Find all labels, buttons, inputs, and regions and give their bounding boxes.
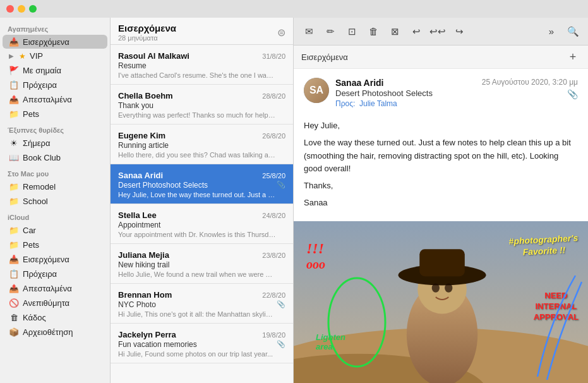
- icloud-trash-icon: 🗑: [9, 312, 19, 322]
- to-recipient[interactable]: Julie Talma: [359, 99, 397, 108]
- search-button[interactable]: 🔍: [563, 23, 583, 40]
- svg-point-1: [294, 328, 588, 383]
- email-date-7: 22/8/20: [262, 291, 285, 299]
- email-preview-8: Hi Julie, Found some photos on our trip …: [118, 350, 276, 358]
- sidebar-item-icloud-drafts[interactable]: 📋 Πρόχειρα: [3, 267, 107, 281]
- email-item-6[interactable]: Juliana Mejia 23/8/20 New hiking trail H…: [111, 244, 293, 284]
- email-sender-8: Jackelyn Perra: [118, 330, 176, 339]
- email-list-header: Εισερχόμενα 28 μηνύματα ⊜: [111, 18, 293, 45]
- icloud-inbox-icon: 📥: [9, 254, 19, 264]
- sidebar-item-flagged[interactable]: 🚩 Με σημαία: [3, 63, 107, 77]
- sidebar-item-pets[interactable]: 📁 Pets: [3, 107, 107, 121]
- body-line-3: Thanks,: [304, 179, 578, 193]
- delete-button[interactable]: 🗑: [363, 23, 383, 40]
- more-button[interactable]: »: [541, 23, 561, 40]
- email-item-5[interactable]: Stella Lee 24/8/20 Appointment Your appo…: [111, 204, 293, 244]
- email-item-7[interactable]: Brennan Hom 22/8/20 NYC Photo 📎 Hi Julie…: [111, 284, 293, 324]
- date-area: 25 Αυγούστου 2020, 3:20 μμ 📎: [482, 78, 578, 99]
- sidebar-item-icloud-trash[interactable]: 🗑 Κάδος: [3, 310, 107, 324]
- sidebar-item-icloud-archive[interactable]: 📦 Αρχειοθέτηση: [3, 325, 107, 339]
- close-button[interactable]: [6, 5, 14, 13]
- svg-point-4: [417, 265, 467, 314]
- sidebar-item-icloud-sent[interactable]: 📤 Απεσταλμένα: [3, 281, 107, 295]
- email-date-8: 19/8/20: [262, 331, 285, 339]
- email-subject-8: Fun vacation memories: [118, 340, 197, 349]
- drafts-icon: 📋: [9, 80, 19, 90]
- add-mailbox-button[interactable]: +: [565, 49, 580, 64]
- avatar-initials: SA: [304, 78, 329, 103]
- bookclub-icon: 📖: [9, 152, 19, 162]
- sidebar-item-vip[interactable]: ▶ ★ VIP: [3, 49, 107, 63]
- maximize-button[interactable]: [29, 5, 37, 13]
- email-subject-3: Running article: [118, 141, 285, 150]
- email-body: Hey Julie, Love the way these turned out…: [294, 114, 588, 221]
- email-preview-4: Hey Julie, Love the way these turned out…: [118, 191, 276, 198]
- annotation-lighten-area: Lighten area: [316, 332, 345, 351]
- body-line-4: Sanaa: [304, 197, 578, 210]
- svg-rect-0: [294, 221, 588, 383]
- compose-button[interactable]: ✏: [320, 23, 340, 40]
- vip-star-icon: ★: [19, 52, 26, 61]
- svg-point-2: [294, 354, 488, 383]
- minimize-button[interactable]: [18, 5, 25, 13]
- sidebar-item-flagged-label: Με σημαία: [23, 66, 61, 75]
- forward-button[interactable]: ↪: [449, 23, 469, 40]
- email-list: Εισερχόμενα 28 μηνύματα ⊜ Rasoul Al Malk…: [111, 18, 294, 383]
- new-message-button[interactable]: ✉: [299, 23, 319, 40]
- email-item-4[interactable]: Sanaa Aridi 25/8/20 Desert Photoshoot Se…: [111, 164, 293, 204]
- sidebar-item-drafts-label: Πρόχειρα: [23, 80, 57, 90]
- annotation-need-approval: NEEDINTERNALAPPROVAL: [534, 291, 579, 323]
- email-item-3[interactable]: Eugene Kim 26/8/20 Running article Hello…: [111, 125, 293, 164]
- detail-date: 25 Αυγούστου 2020, 3:20 μμ: [482, 78, 578, 87]
- sort-icon[interactable]: ⊜: [277, 27, 285, 39]
- sidebar-item-school[interactable]: 📁 School: [3, 194, 107, 208]
- email-subject-2: Thank you: [118, 101, 285, 110]
- sidebar-item-inbox[interactable]: 📥 Εισερχόμενα: [3, 35, 107, 49]
- school-icon: 📁: [9, 196, 19, 206]
- sidebar-item-icloud-junk-label: Ανεπιθύμητα: [23, 298, 69, 308]
- svg-point-8: [445, 283, 452, 292]
- email-item-1[interactable]: Rasoul Al Malkawi 31/8/20 Resume I've at…: [111, 45, 293, 85]
- sidebar-item-sent[interactable]: 📤 Απεσταλμένα: [3, 92, 107, 106]
- sidebar-item-drafts[interactable]: 📋 Πρόχειρα: [3, 78, 107, 92]
- email-subject-4: Desert Photoshoot Selects: [118, 181, 208, 190]
- email-list-title: Εισερχόμενα: [118, 23, 176, 33]
- detail-sender-name: Sanaa Aridi: [335, 78, 476, 88]
- sidebar-item-inbox-label: Εισερχόμενα: [23, 37, 69, 47]
- icloud-archive-icon: 📦: [9, 327, 19, 337]
- body-line-1: Hey Julie,: [304, 119, 578, 133]
- title-bar: [0, 0, 588, 18]
- email-sender-2: Chella Boehm: [118, 91, 173, 100]
- favorites-section-label: Αγαπημένες: [0, 20, 110, 34]
- detail-to-line: Προς: Julie Talma: [335, 99, 476, 108]
- archive-button[interactable]: ⊡: [342, 23, 362, 40]
- sidebar-item-book-club[interactable]: 📖 Book Club: [3, 150, 107, 164]
- detail-header-bar: Εισερχόμενα +: [294, 46, 588, 69]
- email-detail-header: SA Sanaa Aridi Desert Photoshoot Selects…: [294, 69, 588, 114]
- reply-button[interactable]: ↩: [406, 23, 426, 40]
- sidebar-item-icloud-junk[interactable]: 🚫 Ανεπιθύμητα: [3, 296, 107, 310]
- vip-arrow-icon: ▶: [9, 52, 14, 59]
- email-subject-1: Resume: [118, 61, 285, 70]
- svg-point-7: [432, 283, 440, 292]
- email-preview-6: Hello Julie, We found a new trail when w…: [118, 271, 276, 278]
- sidebar-item-sent-label: Απεσταλμένα: [23, 95, 72, 104]
- junk-button[interactable]: ⊠: [385, 23, 405, 40]
- email-subject-7: NYC Photo: [118, 300, 156, 309]
- sidebar-item-icloud-pets-label: Pets: [23, 240, 39, 250]
- today-icon: ☀: [9, 138, 19, 148]
- reply-all-button[interactable]: ↩↩: [428, 23, 448, 40]
- sidebar-item-bookclub-label: Book Club: [23, 153, 61, 162]
- email-item-2[interactable]: Chella Boehm 28/8/20 Thank you Everythin…: [111, 85, 293, 125]
- sidebar-item-icloud-inbox[interactable]: 📥 Εισερχόμενα: [3, 252, 107, 266]
- sidebar-item-icloud-pets[interactable]: 📁 Pets: [3, 238, 107, 252]
- icloud-drafts-icon: 📋: [9, 269, 19, 279]
- sidebar-item-icloud-sent-label: Απεσταλμένα: [23, 284, 72, 293]
- sidebar-item-remodel[interactable]: 📁 Remodel: [3, 179, 107, 193]
- email-item-8[interactable]: Jackelyn Perra 19/8/20 Fun vacation memo…: [111, 324, 293, 363]
- attachment-icon-8: 📎: [277, 340, 285, 348]
- icloud-car-icon: 📁: [9, 225, 19, 235]
- sidebar-item-icloud-car[interactable]: 📁 Car: [3, 223, 107, 237]
- sidebar-item-today[interactable]: ☀ Σήμερα: [3, 136, 107, 150]
- detail-subject: Desert Photoshoot Selects: [335, 88, 476, 98]
